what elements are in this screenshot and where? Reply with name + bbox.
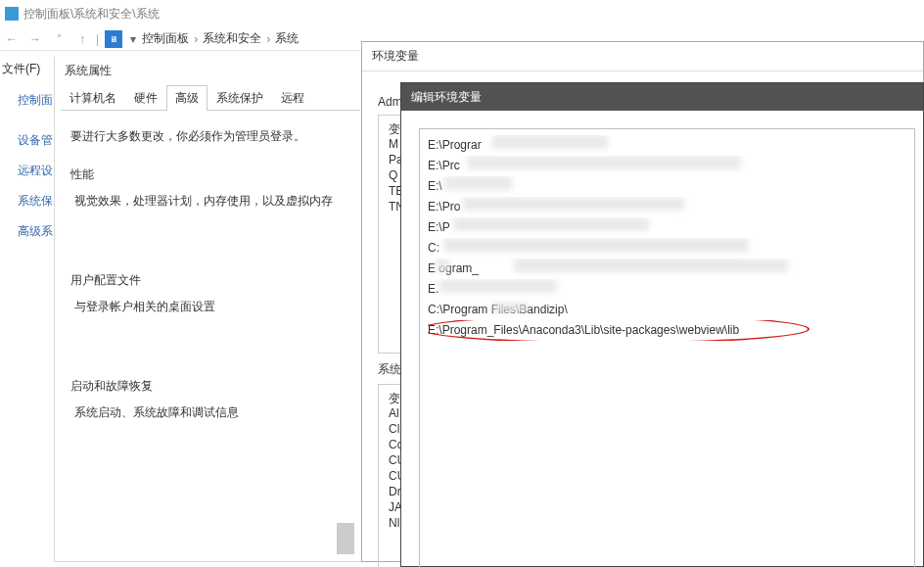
dialog-title[interactable]: 编辑环境变量 — [401, 83, 923, 111]
breadcrumb-seg-2[interactable]: 系统和安全 — [201, 30, 263, 47]
tab-remote[interactable]: 远程 — [272, 85, 313, 111]
monitor-icon: 🖥 — [105, 30, 122, 48]
control-panel-icon — [5, 7, 19, 21]
back-button[interactable]: ← — [0, 27, 23, 51]
list-item[interactable]: E:\Prc — [428, 156, 906, 176]
tab-hardware[interactable]: 硬件 — [125, 85, 166, 111]
list-item[interactable]: E:\Pro — [428, 197, 906, 217]
chevron-right-icon[interactable]: › — [194, 32, 198, 46]
tab-advanced[interactable]: 高级 — [166, 85, 208, 111]
list-item[interactable]: E:\Prograr — [428, 135, 906, 156]
dialog-title-text: 编辑环境变量 — [411, 89, 482, 106]
path-list[interactable]: E:\Prograr E:\Prc E:\ E:\Pro E:\P C: E o… — [419, 128, 915, 567]
list-item[interactable]: C: — [428, 238, 906, 259]
tab-computer-name[interactable]: 计算机名 — [61, 85, 125, 111]
startup-section: 启动和故障恢复 系统启动、系统故障和调试信息 — [70, 378, 350, 421]
admin-note: 要进行大多数更改，你必须作为管理员登录。 — [70, 128, 350, 145]
root-chevron-icon[interactable]: ▾ — [126, 32, 140, 46]
file-menu[interactable]: 文件(F) — [2, 61, 40, 77]
profiles-section: 用户配置文件 与登录帐户相关的桌面设置 — [70, 272, 350, 315]
breadcrumb-seg-1[interactable]: 控制面板 — [140, 30, 191, 47]
list-item[interactable]: E:\ — [428, 176, 906, 197]
list-item[interactable]: E. — [428, 279, 906, 300]
performance-section: 性能 视觉效果，处理器计划，内存使用，以及虚拟内存 — [70, 166, 350, 210]
tab-bar: 计算机名 硬件 高级 系统保护 远程 — [61, 84, 360, 111]
system-properties-dialog: 系统属性 计算机名 硬件 高级 系统保护 远程 要进行大多数更改，你必须作为管理… — [54, 57, 367, 562]
main-window-titlebar: 控制面板\系统和安全\系统 — [0, 3, 160, 24]
breadcrumb-seg-3[interactable]: 系统 — [273, 30, 300, 47]
list-item[interactable]: E ogram_ — [428, 259, 906, 279]
chevron-right-icon[interactable]: › — [266, 32, 270, 46]
highlighted-path-text: E:\Program_Files\Anaconda3\Lib\site-pack… — [428, 323, 739, 337]
recent-button[interactable]: ˅ — [47, 27, 70, 51]
section-title: 启动和故障恢复 — [70, 378, 350, 395]
section-title: 性能 — [70, 166, 350, 183]
dialog-body: 要进行大多数更改，你必须作为管理员登录。 性能 视觉效果，处理器计划，内存使用，… — [55, 111, 366, 421]
list-item-highlighted[interactable]: E:\Program_Files\Anaconda3\Lib\site-pack… — [428, 320, 906, 341]
tab-system-protection[interactable]: 系统保护 — [208, 85, 272, 111]
section-desc: 系统启动、系统故障和调试信息 — [70, 404, 350, 421]
section-title: 用户配置文件 — [70, 272, 350, 289]
list-item[interactable]: E:\P — [428, 217, 906, 238]
dialog-body: E:\Prograr E:\Prc E:\ E:\Pro E:\P C: E o… — [401, 111, 923, 567]
scrollbar-thumb[interactable] — [337, 523, 354, 554]
dialog-title: 环境变量 — [362, 42, 923, 71]
list-item[interactable]: C:\Program Files\Bandizip\ — [428, 300, 906, 320]
forward-button[interactable]: → — [23, 27, 47, 51]
edit-env-var-dialog: 编辑环境变量 E:\Prograr E:\Prc E:\ E:\Pro E:\P… — [400, 82, 924, 567]
section-desc: 与登录帐户相关的桌面设置 — [70, 299, 350, 315]
main-window-title: 控制面板\系统和安全\系统 — [23, 6, 160, 23]
dialog-title: 系统属性 — [55, 57, 366, 84]
up-button[interactable]: ↑ — [70, 27, 94, 51]
section-desc: 视觉效果，处理器计划，内存使用，以及虚拟内存 — [70, 193, 350, 210]
